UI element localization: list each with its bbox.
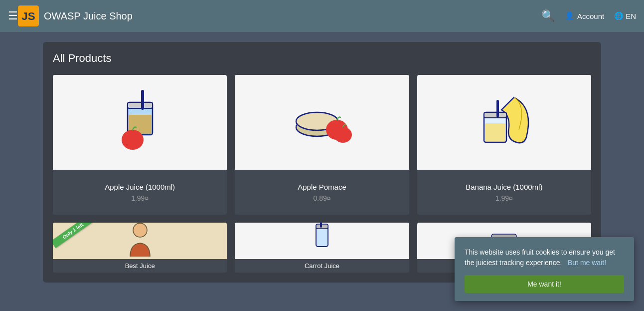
product-info-apple-juice: Apple Juice (1000ml) 1.99¤ — [53, 170, 227, 215]
apple-pomace-image — [287, 87, 357, 157]
menu-button[interactable]: ☰ — [8, 9, 18, 22]
lang-label: EN — [626, 12, 636, 20]
svg-rect-18 — [320, 223, 322, 228]
language-selector[interactable]: 🌐 EN — [614, 11, 636, 20]
app-logo: JS — [18, 5, 39, 26]
search-icon: 🔍 — [541, 9, 555, 22]
product-price-apple-pomace: 0.89¤ — [243, 194, 401, 202]
product-image-banana-juice — [417, 75, 591, 170]
account-menu[interactable]: 👤 Account — [565, 11, 604, 20]
navbar-actions: 🔍 👤 Account 🌐 EN — [541, 9, 636, 22]
product-price-apple-juice: 1.99¤ — [61, 194, 219, 202]
product-image-apple-pomace — [235, 75, 409, 170]
cookie-toast: This website uses fruit cookies to ensur… — [455, 237, 634, 301]
svg-text:JS: JS — [21, 10, 35, 22]
svg-point-6 — [122, 130, 144, 150]
search-button[interactable]: 🔍 — [541, 9, 555, 22]
product-name-carrot-juice: Carrot Juice — [238, 262, 406, 270]
product-image-carrot-juice — [235, 223, 409, 259]
product-name-banana-juice: Banana Juice (1000ml) — [425, 183, 583, 191]
product-info-apple-pomace: Apple Pomace 0.89¤ — [235, 170, 409, 215]
product-grid-top: Apple Juice (1000ml) 1.99¤ — [53, 75, 591, 215]
svg-rect-4 — [141, 90, 144, 110]
product-image-best-juice: Only 1 left — [53, 223, 227, 259]
product-image-apple-juice — [53, 75, 227, 170]
product-price-banana-juice: 1.99¤ — [425, 194, 583, 202]
product-name-apple-pomace: Apple Pomace — [243, 183, 401, 191]
globe-icon: 🌐 — [614, 11, 624, 20]
apple-juice-image — [105, 87, 175, 157]
svg-rect-3 — [128, 102, 153, 108]
product-card-best-juice[interactable]: Only 1 left Best Juice — [53, 223, 227, 273]
svg-rect-13 — [496, 100, 499, 117]
navbar: ☰ JS OWASP Juice Shop 🔍 👤 Account 🌐 EN — [0, 0, 644, 32]
product-card-carrot-juice[interactable]: Carrot Juice — [235, 223, 409, 273]
product-card-apple-pomace[interactable]: Apple Pomace 0.89¤ — [235, 75, 409, 215]
app-title: OWASP Juice Shop — [44, 10, 541, 22]
product-card-banana-juice[interactable]: Banana Juice (1000ml) 1.99¤ — [417, 75, 591, 215]
cookie-toast-message: This website uses fruit cookies to ensur… — [465, 247, 624, 268]
section-title: All Products — [53, 52, 591, 65]
product-name-apple-juice: Apple Juice (1000ml) — [61, 183, 219, 191]
hamburger-icon: ☰ — [8, 9, 18, 22]
cookie-learn-more-link[interactable]: But me wait! — [568, 259, 606, 267]
banana-juice-image — [469, 87, 539, 157]
product-name-best-juice: Best Juice — [56, 262, 224, 270]
product-info-banana-juice: Banana Juice (1000ml) 1.99¤ — [417, 170, 591, 215]
svg-rect-12 — [484, 112, 506, 118]
account-icon: 👤 — [565, 11, 574, 20]
svg-point-10 — [334, 127, 352, 143]
account-label: Account — [577, 12, 604, 20]
carrot-juice-image — [302, 223, 342, 259]
product-card-apple-juice[interactable]: Apple Juice (1000ml) 1.99¤ — [53, 75, 227, 215]
cookie-accept-button[interactable]: Me want it! — [465, 275, 624, 293]
svg-rect-14 — [485, 123, 505, 141]
